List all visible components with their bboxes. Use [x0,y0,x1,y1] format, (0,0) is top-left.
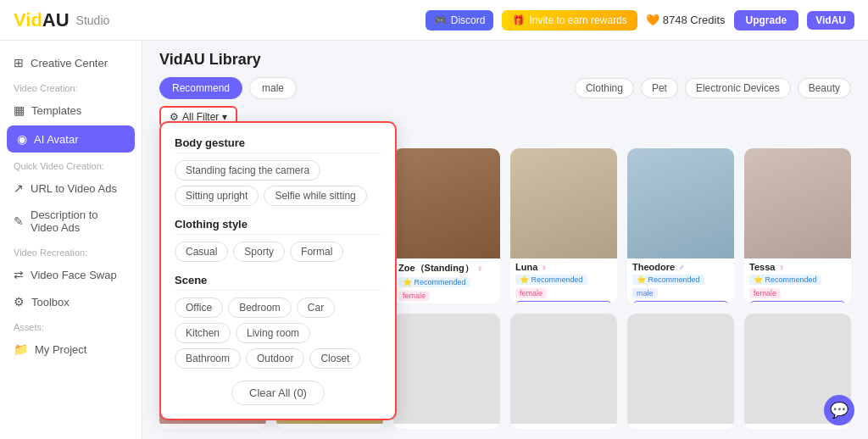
discord-label: Discord [451,14,486,26]
avatar-info [627,424,734,429]
clothing-style-tag[interactable]: Casual [175,242,228,262]
chat-icon: 💬 [830,401,849,420]
avatar-image [393,314,500,424]
create-video-button[interactable]: + Create Video [749,301,846,303]
sidebar: ⊞ Creative Center Video Creation: ▦ Temp… [0,41,142,439]
clothing-style-title: Clothing style [175,218,381,235]
sidebar-section-assets: Assets: [0,315,142,336]
chat-button[interactable]: 💬 [824,395,854,425]
avatar-image [627,314,734,424]
studio-label: Studio [76,14,110,27]
avatar-card[interactable]: Tessa ♀⭐ Recommendedfemale+ Create Video [744,148,851,303]
sidebar-label: Toolbox [31,296,70,308]
scene-section: Scene OfficeBedroomCarKitchenLiving room… [175,274,381,369]
main-layout: ⊞ Creative Center Video Creation: ▦ Temp… [0,41,868,439]
sidebar-section-video-recreation: Video Recreation: [0,241,142,261]
avatar-info: Luna ♀⭐ Recommendedfemale+ Create Video [510,258,617,303]
sidebar-item-ai-avatar[interactable]: ◉ AI Avatar [7,125,135,153]
scene-tags: OfficeBedroomCarKitchenLiving roomBathro… [175,297,381,369]
avatar-name: Zoe（Standing） ♀ [398,262,495,275]
avatar-card[interactable] [393,314,500,429]
create-video-button[interactable]: + Create Video [632,301,729,303]
avatar-name: Tessa ♀ [749,262,846,272]
scene-tag[interactable]: Car [297,297,335,318]
tag-female: female [515,288,547,298]
avatar-card[interactable]: Zoe（Standing） ♀⭐ Recommendedfemale+ Crea… [393,148,500,303]
sidebar-item-video-face-swap[interactable]: ⇄ Video Face Swap [0,261,142,288]
header: VidAU Studio 🎮 Discord 🎁 Invite to earn … [0,0,868,41]
logo: VidAU [14,9,70,31]
category-electronic[interactable]: Electronic Devices [685,78,791,98]
content-area: VidAU Library Recommend male Clothing Pe… [142,41,868,439]
tools-icon: ⚙ [14,295,25,308]
avatar-info: Zoe（Standing） ♀⭐ Recommendedfemale+ Crea… [393,258,500,303]
avatar-name: Luna ♀ [515,262,612,272]
scene-tag[interactable]: Closet [309,348,360,369]
avatar-image [627,148,734,258]
scene-tag[interactable]: Bathroom [175,348,241,369]
category-pet[interactable]: Pet [641,78,678,98]
credits-value: 8748 Credits [663,14,726,26]
tag-recommended: ⭐ Recommended [749,275,821,285]
avatar-tags: ⭐ Recommendedmale [632,275,729,298]
sidebar-section-quick-video: Quick Video Creation: [0,154,142,175]
sidebar-label: URL to Video Ads [31,182,117,195]
tag-recommended: ⭐ Recommended [398,277,470,287]
body-gesture-tag[interactable]: Sitting upright [175,186,259,206]
sidebar-item-creative-center[interactable]: ⊞ Creative Center [0,49,142,76]
folder-icon: 📁 [14,342,28,356]
discord-button[interactable]: 🎮 Discord [426,10,494,31]
avatar-info [510,424,617,429]
category-beauty[interactable]: Beauty [798,78,851,98]
invite-button[interactable]: 🎁 Invite to earn rewards [502,10,637,31]
scene-title: Scene [175,274,381,291]
header-left: VidAU Studio [14,9,109,31]
body-gesture-title: Body gesture [175,136,381,153]
scene-tag[interactable]: Bedroom [228,297,292,318]
tag-female: female [398,291,430,301]
avatar-card[interactable]: Theodore ♂⭐ Recommendedmale+ Create Vide… [627,148,734,303]
scene-tag[interactable]: Office [175,297,223,318]
body-gesture-tag[interactable]: Standing facing the camera [175,160,320,181]
avatar-card[interactable] [627,314,734,429]
tabs-row: Recommend male Clothing Pet Electronic D… [159,77,851,99]
link-icon: ↗ [14,181,24,195]
sidebar-label: AI Avatar [34,133,79,146]
avatar-card[interactable]: Luna ♀⭐ Recommendedfemale+ Create Video [510,148,617,303]
credits-badge: 🧡 8748 Credits [646,14,726,26]
tag-female: female [749,288,781,298]
avatar-tags: ⭐ Recommendedfemale [515,275,612,298]
user-avatar[interactable]: VidAU [807,11,854,30]
sidebar-item-my-project[interactable]: 📁 My Project [0,336,142,363]
clothing-style-tag[interactable]: Sporty [233,242,285,262]
avatar-info [159,424,266,429]
sidebar-label: Templates [31,104,81,117]
upgrade-button[interactable]: Upgrade [734,10,799,31]
tab-recommend[interactable]: Recommend [159,77,242,99]
clear-all-button[interactable]: Clear All (0) [231,381,325,405]
sidebar-section-video-creation: Video Creation: [0,76,142,97]
scene-tag[interactable]: Living room [236,323,310,343]
gift-icon: 🎁 [512,14,525,26]
scene-tag[interactable]: Outdoor [246,348,304,369]
sidebar-item-toolbox[interactable]: ⚙ Toolbox [0,288,142,315]
sidebar-label: My Project [35,343,86,356]
create-video-button[interactable]: + Create Video [515,301,612,303]
sidebar-item-desc-to-video[interactable]: ✎ Description to Video Ads [0,202,142,241]
swap-icon: ⇄ [14,268,24,281]
library-title: VidAU Library [159,51,851,69]
grid-icon: ⊞ [14,56,24,69]
heart-icon: 🧡 [646,14,659,26]
scene-tag[interactable]: Kitchen [175,323,231,343]
category-clothing[interactable]: Clothing [575,78,634,98]
sidebar-item-url-to-video[interactable]: ↗ URL to Video Ads [0,175,142,202]
tab-male[interactable]: male [249,77,297,99]
avatar-tags: ⭐ Recommendedfemale [398,277,495,301]
avatar-info [393,424,500,429]
body-gesture-section: Body gesture Standing facing the cameraS… [175,136,381,206]
avatar-card[interactable] [510,314,617,429]
sidebar-item-templates[interactable]: ▦ Templates [0,97,142,124]
avatar-tags: ⭐ Recommendedfemale [749,275,846,298]
clothing-style-tag[interactable]: Formal [290,242,343,262]
body-gesture-tag[interactable]: Selfie while sitting [264,186,366,206]
